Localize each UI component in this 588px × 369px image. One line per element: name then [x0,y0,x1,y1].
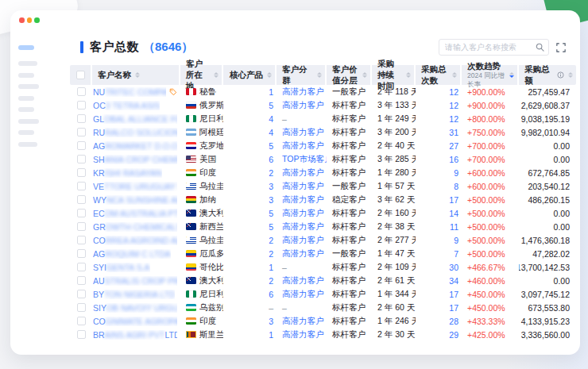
customer-link[interactable]: ECOM AUSTRALIA PTY) [93,209,177,218]
purchase-count-link[interactable]: 34 [449,276,458,286]
core-products-count[interactable]: 2 [269,236,273,245]
segment-link[interactable]: 高潜力客户 [282,316,324,327]
purchase-count-link[interactable]: 14 [449,209,458,218]
core-products-count[interactable]: 5 [269,101,273,110]
segment-link[interactable]: 高潜力客户 [282,329,324,340]
segment-link[interactable]: TOP市场客户 [282,154,327,165]
core-products-count[interactable]: 5 [269,209,273,218]
sidebar-item[interactable] [18,142,37,147]
column-header-name[interactable]: 客户名称 [92,65,180,85]
segment-link[interactable]: 高潜力客户 [282,181,324,192]
search-icon[interactable] [536,43,544,52]
row-checkbox[interactable] [77,276,86,285]
segment-link[interactable]: 高潜力客户 [282,127,324,138]
purchase-count-link[interactable]: 17 [449,303,458,313]
segment-link[interactable]: 高潜力客户 [282,248,324,259]
row-checkbox[interactable] [77,209,86,217]
core-products-count[interactable]: 3 [269,317,273,326]
sort-control[interactable] [317,72,322,79]
core-products-count[interactable]: 1 [269,87,273,97]
sort-control[interactable] [214,72,219,79]
row-checkbox[interactable] [77,330,86,339]
row-checkbox[interactable] [77,101,86,110]
core-products-count[interactable]: 4 [269,128,273,137]
sidebar-item[interactable] [18,107,34,112]
segment-link[interactable]: 高潜力客户 [282,140,324,152]
column-header-duration[interactable]: 采购持续时间 [372,65,416,85]
row-checkbox[interactable] [77,222,86,231]
column-header-amount[interactable]: 采购总额 [519,65,576,85]
core-products-count[interactable]: 3 [269,182,273,191]
purchase-count-link[interactable]: 27 [449,141,458,151]
segment-link[interactable]: 高潜力客户 [282,100,324,111]
sidebar-item[interactable] [18,119,39,124]
purchase-count-link[interactable]: 29 [449,330,458,340]
purchase-count-link[interactable]: 7 [454,249,458,259]
customer-link[interactable]: BYTON NIGERIA LTD [93,290,175,299]
customer-link[interactable]: AGROMARKET D.O.O [93,141,177,151]
sidebar-item[interactable] [18,84,39,89]
purchase-count-link[interactable]: 9 [454,236,458,245]
purchase-count-link[interactable]: 16 [449,155,458,164]
purchase-count-link[interactable]: 17 [449,290,458,299]
core-products-count[interactable]: 2 [269,249,273,259]
row-checkbox[interactable] [77,168,86,177]
sort-control[interactable] [267,72,272,79]
purchase-count-link[interactable]: 17 [449,195,458,205]
customer-link[interactable]: COGNIMATE AGROPACKE… [93,317,177,326]
customer-link[interactable]: AUSTRALIS CROP PROP… [93,276,177,286]
customer-link[interactable]: AGROQUIM C LTDA [93,249,171,259]
core-products-count[interactable]: 2 [269,168,273,178]
purchase-count-link[interactable]: 30 [449,263,458,272]
core-products-count[interactable]: 1 [269,263,273,272]
sidebar-item[interactable] [18,130,34,135]
customer-link[interactable]: BRAINS AGRI PVTLTD [93,330,177,340]
segment-link[interactable]: 高潜力客户 [282,167,324,179]
core-products-count[interactable]: 5 [269,222,273,232]
customer-link[interactable]: SHANIA CROP CHEMI [93,155,177,164]
row-checkbox[interactable] [77,141,86,150]
sidebar-item-active[interactable] [18,45,34,50]
column-header-country[interactable]: 客户所在地 [180,65,223,85]
customer-link[interactable]: SYIGENTA S.A [93,263,150,272]
row-checkbox[interactable] [77,114,86,123]
column-header-tier[interactable]: 客户价值分层 [327,65,372,85]
column-header-segment[interactable]: 客户分群 [277,65,327,85]
column-header-products[interactable]: 核心产品 [223,65,277,85]
purchase-count-link[interactable]: 12 [449,87,458,97]
segment-link[interactable]: 高潜力客户 [282,275,324,286]
row-checkbox[interactable] [77,155,86,163]
customer-link[interactable]: GROWTH CHEMICALS L [93,222,177,232]
customer-search[interactable] [439,39,549,56]
fullscreen-icon[interactable] [556,43,566,52]
customer-link[interactable]: CORREA AGROIND ALIR… [93,236,177,245]
core-products-count[interactable]: 2 [269,276,273,286]
customer-link[interactable]: WYNCA SUNSHINE AG(U… [93,195,177,205]
sort-control[interactable] [509,72,514,79]
purchase-count-link[interactable]: 11 [450,222,458,232]
customer-link[interactable]: VETTORE URUGUAY SRL [93,182,177,191]
purchase-count-link[interactable]: 31 [449,128,458,137]
segment-link[interactable]: 高潜力客户 [282,86,324,98]
sidebar-item[interactable] [18,96,34,101]
select-all-checkbox[interactable] [76,71,85,79]
sort-control[interactable] [135,72,140,79]
sort-control[interactable] [406,72,411,79]
segment-link[interactable]: 高潜力客户 [282,235,324,246]
sort-control[interactable] [362,72,367,79]
row-checkbox[interactable] [77,290,86,298]
core-products-count[interactable]: 5 [269,141,273,151]
purchase-count-link[interactable]: 9 [454,168,458,178]
core-products-count[interactable]: 3 [269,195,273,205]
segment-link[interactable]: 高潜力客户 [282,289,324,300]
customer-link[interactable]: NUTRITEC COMPANI [93,87,166,97]
row-checkbox[interactable] [77,236,86,244]
row-checkbox[interactable] [77,87,86,96]
customer-link[interactable]: GLOBAL ALLIANCE FOA… [93,114,177,124]
row-checkbox[interactable] [77,263,86,271]
sidebar-item[interactable] [18,73,34,78]
purchase-count-link[interactable]: 28 [449,317,458,326]
core-products-count[interactable]: 6 [269,290,273,299]
sidebar-item[interactable] [18,61,37,66]
sort-control[interactable] [452,72,457,79]
